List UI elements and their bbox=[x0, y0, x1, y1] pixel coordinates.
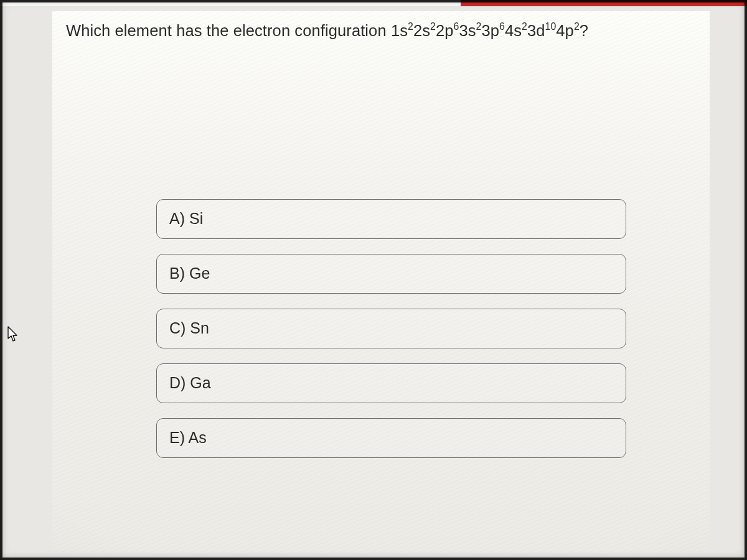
top-white-strip bbox=[0, 0, 473, 6]
question-text: Which element has the electron configura… bbox=[52, 11, 710, 41]
answer-list: A) Si B) Ge C) Sn D) Ga E) As bbox=[156, 199, 626, 458]
answer-text: Si bbox=[189, 210, 203, 227]
question-card: Which element has the electron configura… bbox=[52, 11, 710, 553]
answer-text: As bbox=[189, 429, 207, 446]
answer-letter: D) bbox=[169, 374, 186, 391]
cursor-icon bbox=[7, 326, 19, 345]
page-area: Which element has the electron configura… bbox=[0, 0, 747, 560]
answer-text: Sn bbox=[190, 319, 209, 337]
question-suffix: ? bbox=[580, 22, 588, 39]
answer-letter: C) bbox=[169, 319, 186, 337]
answer-option-d[interactable]: D) Ga bbox=[156, 363, 626, 403]
answer-option-b[interactable]: B) Ge bbox=[156, 254, 626, 294]
answer-text: Ge bbox=[189, 264, 210, 282]
question-prefix: Which element has the electron configura… bbox=[66, 22, 391, 39]
answer-letter: A) bbox=[169, 210, 185, 227]
answer-letter: B) bbox=[169, 264, 185, 282]
top-red-strip bbox=[461, 0, 747, 6]
answer-text: Ga bbox=[190, 374, 210, 391]
answer-option-e[interactable]: E) As bbox=[156, 418, 626, 458]
answer-option-c[interactable]: C) Sn bbox=[156, 309, 626, 348]
electron-config: 1s22s22p63s23p64s23d104p2 bbox=[391, 22, 580, 39]
answer-option-a[interactable]: A) Si bbox=[156, 199, 626, 239]
answer-letter: E) bbox=[169, 429, 185, 446]
